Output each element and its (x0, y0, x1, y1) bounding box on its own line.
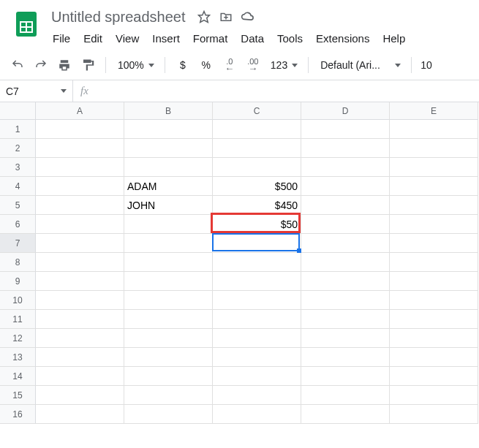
cell-E14[interactable] (390, 367, 478, 386)
column-header-A[interactable]: A (36, 102, 124, 120)
cell-A4[interactable] (36, 177, 124, 196)
more-formats-dropdown[interactable]: 123 (266, 55, 301, 75)
cell-C1[interactable] (213, 120, 301, 139)
cell-E13[interactable] (390, 348, 478, 367)
redo-button[interactable] (31, 55, 51, 75)
row-header-16[interactable]: 16 (0, 405, 36, 424)
cloud-icon[interactable] (241, 10, 255, 24)
row-header-7[interactable]: 7 (0, 234, 36, 253)
column-header-B[interactable]: B (124, 102, 213, 120)
cell-C2[interactable] (213, 139, 301, 158)
cell-B6[interactable] (124, 215, 213, 234)
cell-E6[interactable] (390, 215, 478, 234)
row-header-4[interactable]: 4 (0, 177, 36, 196)
cell-D15[interactable] (301, 386, 390, 405)
cell-B2[interactable] (124, 139, 213, 158)
row-header-13[interactable]: 13 (0, 348, 36, 367)
cell-D10[interactable] (301, 291, 390, 310)
cell-D3[interactable] (301, 158, 390, 177)
menu-extensions[interactable]: Extensions (310, 29, 375, 48)
cell-D11[interactable] (301, 310, 390, 329)
cell-B11[interactable] (124, 310, 213, 329)
cell-C7[interactable] (213, 234, 301, 253)
cell-A9[interactable] (36, 272, 124, 291)
row-header-6[interactable]: 6 (0, 215, 36, 234)
menu-view[interactable]: View (110, 29, 145, 48)
cell-E5[interactable] (390, 196, 478, 215)
row-header-12[interactable]: 12 (0, 329, 36, 348)
cell-C8[interactable] (213, 253, 301, 272)
decrease-decimal-button[interactable]: .0← (219, 55, 240, 75)
print-button[interactable] (54, 55, 75, 75)
cell-E4[interactable] (390, 177, 478, 196)
undo-button[interactable] (7, 55, 28, 75)
cell-A11[interactable] (36, 310, 124, 329)
cell-C12[interactable] (213, 329, 301, 348)
cell-C15[interactable] (213, 386, 301, 405)
cell-A16[interactable] (36, 405, 124, 424)
cell-B9[interactable] (124, 272, 213, 291)
row-header-9[interactable]: 9 (0, 272, 36, 291)
cell-B10[interactable] (124, 291, 213, 310)
formula-input[interactable] (96, 80, 479, 102)
cell-B12[interactable] (124, 329, 213, 348)
cell-A1[interactable] (36, 120, 124, 139)
cell-D7[interactable] (301, 234, 390, 253)
cell-A5[interactable] (36, 196, 124, 215)
cell-B1[interactable] (124, 120, 213, 139)
cell-D4[interactable] (301, 177, 390, 196)
cell-C9[interactable] (213, 272, 301, 291)
cell-D16[interactable] (301, 405, 390, 424)
cell-B13[interactable] (124, 348, 213, 367)
select-all-corner[interactable] (0, 102, 36, 120)
cell-A14[interactable] (36, 367, 124, 386)
menu-help[interactable]: Help (377, 29, 411, 48)
cell-C10[interactable] (213, 291, 301, 310)
cell-E1[interactable] (390, 120, 478, 139)
row-header-2[interactable]: 2 (0, 139, 36, 158)
menu-data[interactable]: Data (235, 29, 270, 48)
menu-format[interactable]: Format (187, 29, 234, 48)
cell-A8[interactable] (36, 253, 124, 272)
cell-E9[interactable] (390, 272, 478, 291)
cell-A6[interactable] (36, 215, 124, 234)
cell-D6[interactable] (301, 215, 390, 234)
increase-decimal-button[interactable]: .00→ (243, 55, 263, 75)
row-header-11[interactable]: 11 (0, 310, 36, 329)
cell-B4[interactable]: ADAM (124, 177, 213, 196)
row-header-14[interactable]: 14 (0, 367, 36, 386)
column-header-E[interactable]: E (390, 102, 478, 120)
cell-B14[interactable] (124, 367, 213, 386)
row-header-10[interactable]: 10 (0, 291, 36, 310)
cell-A13[interactable] (36, 348, 124, 367)
cell-D14[interactable] (301, 367, 390, 386)
font-size-value[interactable]: 10 (419, 59, 434, 71)
row-header-3[interactable]: 3 (0, 158, 36, 177)
cell-C5[interactable]: $450 (213, 196, 301, 215)
cell-E2[interactable] (390, 139, 478, 158)
cell-C14[interactable] (213, 367, 301, 386)
cell-A3[interactable] (36, 158, 124, 177)
move-icon[interactable] (219, 10, 233, 24)
cell-C3[interactable] (213, 158, 301, 177)
cell-A15[interactable] (36, 386, 124, 405)
menu-edit[interactable]: Edit (78, 29, 108, 48)
menu-insert[interactable]: Insert (146, 29, 186, 48)
row-header-15[interactable]: 15 (0, 386, 36, 405)
currency-format-button[interactable]: $ (173, 55, 193, 75)
cell-E11[interactable] (390, 310, 478, 329)
cell-E10[interactable] (390, 291, 478, 310)
row-header-5[interactable]: 5 (0, 196, 36, 215)
cell-E15[interactable] (390, 386, 478, 405)
row-header-1[interactable]: 1 (0, 120, 36, 139)
font-dropdown[interactable]: Default (Ari... (316, 55, 404, 75)
menu-tools[interactable]: Tools (271, 29, 309, 48)
menu-file[interactable]: File (47, 29, 76, 48)
cell-E8[interactable] (390, 253, 478, 272)
cell-E7[interactable] (390, 234, 478, 253)
cell-D13[interactable] (301, 348, 390, 367)
cell-D2[interactable] (301, 139, 390, 158)
cell-B16[interactable] (124, 405, 213, 424)
cell-D12[interactable] (301, 329, 390, 348)
name-box[interactable]: C7 (0, 80, 73, 102)
